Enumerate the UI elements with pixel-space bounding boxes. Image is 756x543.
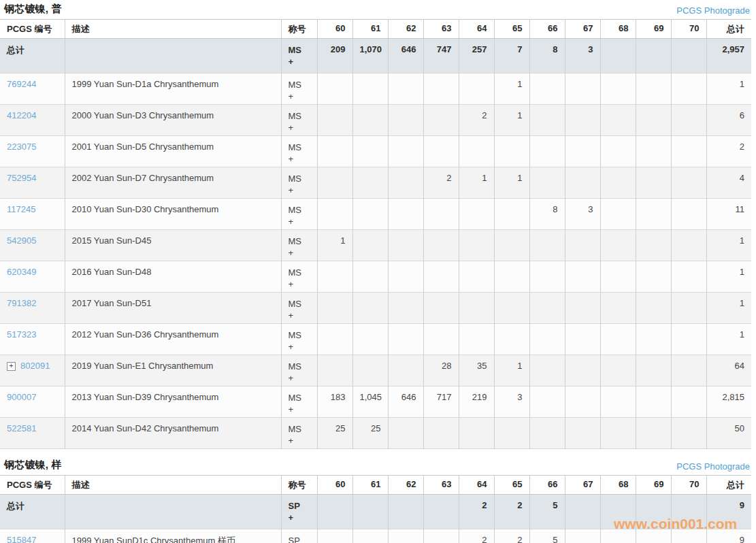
row-total-cell: 2,815 [706, 386, 751, 418]
grade-cell: 2 [423, 167, 459, 199]
row-total-cell: 4 [706, 167, 751, 199]
pcgs-number-link[interactable]: 542905 [7, 235, 36, 246]
grade-cell [636, 324, 671, 355]
totals-designation: SP + [281, 495, 317, 529]
grade-cell [352, 199, 388, 230]
pcgs-number-link[interactable]: 117245 [7, 204, 35, 214]
grade-cell [423, 136, 459, 167]
photograde-link-specimen[interactable]: PCGS Photograde [676, 461, 750, 472]
grade-cell [600, 355, 636, 386]
population-table-regular: PCGS 编号 描述 称号 60 61 62 63 64 65 66 67 68… [0, 19, 751, 449]
grade-cell [600, 386, 636, 418]
grade-cell [636, 355, 671, 386]
designation-cell: MS + [281, 230, 317, 261]
expand-row-icon[interactable]: + [7, 362, 16, 371]
pcgs-number-link[interactable]: 769244 [7, 79, 36, 89]
row-total-cell: 9 [706, 529, 751, 543]
grade-cell: 717 [423, 386, 459, 418]
grade-cell [671, 324, 706, 355]
designation-cell: MS + [281, 136, 317, 167]
pcgs-number-link[interactable]: 223075 [7, 142, 36, 152]
col-header-67: 67 [565, 476, 600, 495]
grade-cell [459, 324, 494, 355]
grade-cell [565, 261, 600, 293]
grade-cell [459, 261, 494, 293]
row-total-cell: 1 [706, 293, 751, 324]
pcgs-number-link[interactable]: 517323 [7, 329, 36, 340]
col-header-pcgs-number: PCGS 编号 [0, 20, 65, 39]
grade-cell [317, 136, 352, 167]
table-row: 522581 2014 Yuan Sun-D42 Chrysanthemum M… [0, 418, 751, 449]
grade-cell: 747 [423, 39, 459, 73]
grade-cell [671, 73, 706, 105]
grade-cell [494, 293, 529, 324]
pcgs-number-link[interactable]: 412204 [7, 110, 36, 120]
col-header-69: 69 [636, 476, 671, 495]
grade-cell [423, 73, 459, 105]
grade-cell [529, 293, 565, 324]
grade-cell [565, 324, 600, 355]
pcgs-number-link[interactable]: 620349 [7, 267, 36, 277]
coin-description: 2019 Yuan Sun-E1 Chrysanthemum [65, 355, 281, 386]
grade-cell: 1 [459, 167, 494, 199]
table-row: 620349 2016 Yuan Sun-D48 MS + 1 [0, 261, 751, 293]
grade-cell [600, 136, 636, 167]
grade-cell: 2 [494, 495, 529, 529]
grade-cell [494, 324, 529, 355]
col-header-62: 62 [388, 476, 423, 495]
pcgs-number-link[interactable]: 791382 [7, 298, 36, 308]
grade-cell [494, 230, 529, 261]
table-row: 900007 2013 Yuan Sun-D39 Chrysanthemum M… [0, 386, 751, 418]
grade-cell: 2 [459, 105, 494, 136]
section-gap [0, 449, 756, 456]
grade-cell [565, 293, 600, 324]
coin-description: 1999 Yuan SunD1c Chrysanthemum 样币 [65, 529, 281, 543]
grade-cell [671, 495, 706, 529]
photograde-link-regular[interactable]: PCGS Photograde [676, 5, 750, 16]
col-header-64: 64 [459, 20, 494, 39]
grade-cell [636, 73, 671, 105]
grade-cell: 8 [529, 199, 565, 230]
grade-cell [565, 529, 600, 543]
coin-description: 1999 Yuan Sun-D1a Chrysanthemum [65, 73, 281, 105]
totals-row: 总计 MS + 209 1,070 646 747 257 7 8 3 2,95… [0, 39, 751, 73]
grade-cell [317, 199, 352, 230]
grade-cell [671, 167, 706, 199]
grade-cell [352, 355, 388, 386]
totals-label: 总计 [0, 39, 65, 73]
pcgs-number-link[interactable]: 900007 [7, 392, 36, 402]
grade-cell [317, 293, 352, 324]
grade-cell: 25 [317, 418, 352, 449]
col-header-60: 60 [317, 20, 352, 39]
totals-designation: MS + [281, 39, 317, 73]
grade-cell [600, 495, 636, 529]
grade-cell [565, 105, 600, 136]
section-head-specimen: 钢芯镀镍, 样 PCGS Photograde [0, 456, 751, 475]
grade-cell [423, 261, 459, 293]
grade-cell [529, 136, 565, 167]
table-row: 752954 2002 Yuan Sun-D7 Chrysanthemum MS… [0, 167, 751, 199]
grade-cell [671, 261, 706, 293]
grade-cell [636, 418, 671, 449]
grade-cell: 209 [317, 39, 352, 73]
pcgs-number-link[interactable]: 522581 [7, 423, 36, 433]
designation-cell: SP + [281, 529, 317, 543]
grade-cell [317, 355, 352, 386]
population-report-page: 钢芯镀镍, 普 PCGS Photograde PCGS 编号 描述 称号 60… [0, 0, 756, 543]
population-table-specimen: PCGS 编号 描述 称号 60 61 62 63 64 65 66 67 68… [0, 475, 751, 543]
row-total-cell: 1 [706, 73, 751, 105]
table-header-row: PCGS 编号 描述 称号 60 61 62 63 64 65 66 67 68… [0, 476, 751, 495]
pcgs-number-link[interactable]: 515847 [7, 535, 36, 543]
grade-cell [600, 167, 636, 199]
grade-cell [565, 167, 600, 199]
grade-cell [636, 261, 671, 293]
col-header-63: 63 [423, 20, 459, 39]
grade-cell [671, 136, 706, 167]
col-header-designation: 称号 [281, 476, 317, 495]
col-header-61: 61 [352, 476, 388, 495]
pcgs-number-link[interactable]: 752954 [7, 173, 36, 183]
grade-cell [459, 418, 494, 449]
grade-cell [671, 293, 706, 324]
grade-cell [565, 386, 600, 418]
pcgs-number-link[interactable]: 802091 [20, 361, 50, 371]
